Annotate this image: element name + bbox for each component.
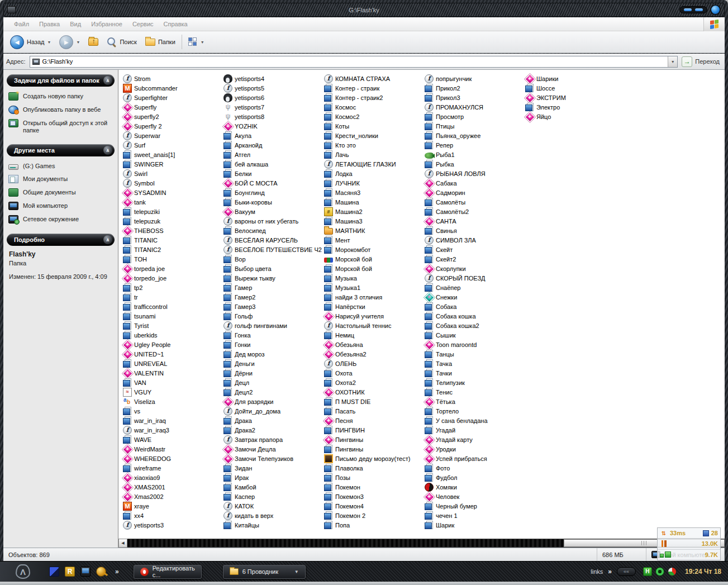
file-item[interactable]: Человек xyxy=(425,492,525,501)
file-item[interactable]: ОЛЕНЬ xyxy=(324,359,424,368)
minimize-button[interactable] xyxy=(684,8,692,11)
file-item[interactable]: Кто это xyxy=(324,140,424,150)
file-item[interactable]: Toon maroontd xyxy=(425,340,525,349)
file-item[interactable]: Гонка xyxy=(223,330,323,340)
quicklaunch-overflow-chevron[interactable]: » xyxy=(115,568,119,576)
maximize-button[interactable] xyxy=(695,8,703,11)
file-item[interactable]: Децл2 xyxy=(223,387,323,397)
collapse-chevron-icon[interactable]: ∧ xyxy=(103,76,112,85)
start-button[interactable]: Λ xyxy=(0,562,88,582)
scroll-left-button[interactable]: ◀ xyxy=(118,539,127,548)
file-item[interactable]: Мент xyxy=(324,235,424,245)
file-item[interactable]: yetisports3 xyxy=(123,520,223,530)
file-item[interactable]: VALENTIN xyxy=(123,368,223,378)
file-item[interactable]: Тортело xyxy=(425,406,525,416)
file-item[interactable]: Атгел xyxy=(223,150,323,159)
file-item[interactable]: Шарик xyxy=(425,520,525,530)
file-item[interactable]: Дойти_до_дома xyxy=(223,406,323,416)
file-item[interactable]: Рыба1 xyxy=(425,150,525,159)
file-item[interactable]: Тенис xyxy=(425,387,525,397)
file-item[interactable]: Xmas2002 xyxy=(123,492,223,501)
file-item[interactable]: Белки xyxy=(223,169,323,178)
file-item[interactable]: Снежки xyxy=(425,292,525,302)
file-item[interactable]: Рыбка xyxy=(425,159,525,169)
file-item[interactable]: Снаёпер xyxy=(425,283,525,292)
horizontal-scrollbar[interactable]: ◀ xyxy=(118,539,725,548)
views-button[interactable]: ▼ xyxy=(186,36,207,48)
file-item[interactable]: Symbol xyxy=(123,178,223,188)
links-toolbar[interactable]: links xyxy=(591,568,603,575)
file-item[interactable]: чечен 1 xyxy=(425,511,525,520)
collapse-chevron-icon[interactable]: ∧ xyxy=(103,235,112,244)
back-dropdown-icon[interactable]: ▼ xyxy=(47,40,51,44)
file-item[interactable]: yetisports4 xyxy=(223,74,323,83)
file-item[interactable]: Машина2 xyxy=(324,207,424,216)
file-item[interactable]: SYSADMIN xyxy=(123,188,223,197)
file-item[interactable]: Драка2 xyxy=(223,425,323,435)
file-item[interactable]: wireframe xyxy=(123,463,223,473)
file-item[interactable]: Собака кошка2 xyxy=(425,321,525,330)
file-item[interactable]: Птицы xyxy=(425,121,525,131)
file-item[interactable]: Прикол3 xyxy=(425,93,525,102)
tray-icon-1[interactable] xyxy=(643,567,652,576)
file-item[interactable]: xiaoxiao9 xyxy=(123,473,223,482)
sidebar-item[interactable]: Сетевое окружение xyxy=(8,216,113,223)
file-item[interactable]: Покемон 2 xyxy=(324,511,424,520)
file-item[interactable]: ВЕСЁЛОЕ ПУТЕШЕСТВИЕ Ч2 xyxy=(223,245,323,254)
file-item[interactable]: Завтрак прапора xyxy=(223,435,323,444)
file-item[interactable]: Яйцо xyxy=(525,112,625,121)
forward-dropdown-icon[interactable]: ▼ xyxy=(76,40,80,44)
file-item[interactable]: ЛЕТАЮЩИЕ ГЛАЗКИ xyxy=(324,159,424,169)
file-item[interactable]: Масяня3 xyxy=(324,188,424,197)
file-item[interactable]: кидать в верх xyxy=(223,511,323,520)
file-item[interactable]: П MUST DIE xyxy=(324,397,424,406)
file-item[interactable]: Охота2 xyxy=(324,378,424,387)
file-item[interactable]: Гамер3 xyxy=(223,302,323,311)
file-item[interactable]: Музыка1 xyxy=(324,283,424,292)
file-item[interactable]: Лачь xyxy=(324,150,424,159)
file-item[interactable]: Контер - страик xyxy=(324,83,424,93)
file-item[interactable]: попрыгунчик xyxy=(425,74,525,83)
file-item[interactable]: Покемон xyxy=(324,482,424,492)
file-item[interactable]: Выбор цвета xyxy=(223,264,323,273)
file-item[interactable]: Деньги xyxy=(223,359,323,368)
file-item[interactable]: Swirl xyxy=(123,169,223,178)
panel-header[interactable]: Другие места∧ xyxy=(7,144,115,156)
file-item[interactable]: РЫБНАЯ ЛОВЛЯ xyxy=(425,169,525,178)
file-item[interactable]: Черный бумер xyxy=(425,501,525,511)
address-dropdown-button[interactable]: ▼ xyxy=(668,56,677,67)
file-item[interactable]: SWINGER xyxy=(123,159,223,169)
file-item[interactable]: КОМНАТА СТРАХА xyxy=(324,74,424,83)
sidebar-item[interactable]: Мой компьютер xyxy=(8,202,113,210)
file-item[interactable]: Самолёты xyxy=(425,197,525,207)
file-item[interactable]: vs xyxy=(123,406,223,416)
file-item[interactable]: Децл xyxy=(223,378,323,387)
file-item[interactable]: war_in_iraq xyxy=(123,416,223,425)
file-item[interactable]: Коты xyxy=(324,121,424,131)
file-item[interactable]: UNREVEAL xyxy=(123,359,223,368)
file-item[interactable]: Пасать xyxy=(324,406,424,416)
file-item[interactable]: telepuziki xyxy=(123,207,223,216)
file-item[interactable]: Сабака xyxy=(425,178,525,188)
file-item[interactable]: Драка xyxy=(223,416,323,425)
file-item[interactable]: ВЕСЁЛАЯ КАРУСЕЛЬ xyxy=(223,235,323,245)
file-item[interactable]: Быки-коровы xyxy=(223,197,323,207)
file-item[interactable]: Дед мороз xyxy=(223,349,323,359)
file-item[interactable]: Вырежи тыкву xyxy=(223,273,323,283)
file-item[interactable]: TITANIC2 xyxy=(123,245,223,254)
file-item[interactable]: Репер xyxy=(425,140,525,150)
file-item[interactable]: Самолёты2 xyxy=(425,207,525,216)
taskbar-task-button[interactable]: Редактировать с... xyxy=(134,565,202,579)
file-item[interactable]: Музыка xyxy=(324,273,424,283)
file-item[interactable]: Лодка xyxy=(324,169,424,178)
sidebar-item[interactable]: Мои документы xyxy=(8,175,113,183)
file-item[interactable]: Танцы xyxy=(425,349,525,359)
file-item[interactable]: Для разрядки xyxy=(223,397,323,406)
file-item[interactable]: Покемон4 xyxy=(324,501,424,511)
search-button[interactable]: Поиск xyxy=(104,36,139,48)
file-item[interactable]: Скейт xyxy=(425,245,525,254)
file-item[interactable]: Пингвины xyxy=(324,435,424,444)
file-item[interactable]: Свинья xyxy=(425,226,525,235)
file-item[interactable]: Шоссе xyxy=(525,83,625,93)
file-item[interactable]: Фудбол xyxy=(425,473,525,482)
